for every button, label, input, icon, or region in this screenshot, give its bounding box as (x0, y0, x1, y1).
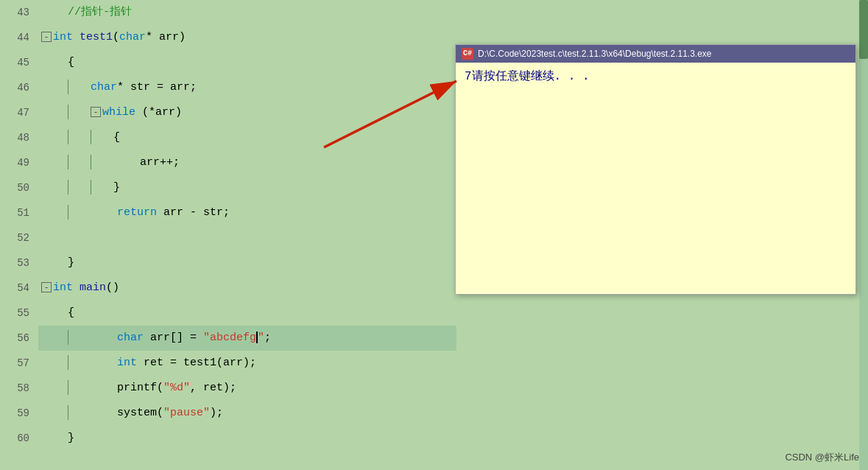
kw-int-54: int (53, 281, 73, 294)
kw-char-44: char (119, 31, 146, 43)
scrollbar[interactable] (859, 0, 868, 470)
code-line-54: 54 -int main() (0, 276, 456, 301)
code-line-55: 55 { (0, 301, 456, 326)
code-line-59: 59 system("pause"); (0, 401, 456, 426)
line-content-45: { (38, 50, 456, 75)
code-line-44: 44 -int test1(char* arr) (0, 25, 456, 50)
line-number-54: 54 (0, 276, 38, 301)
kw-int-57: int (117, 357, 137, 369)
collapse-44[interactable]: - (41, 32, 52, 42)
kw-char-56: char (117, 332, 144, 344)
line-content-59: system("pause"); (38, 401, 456, 426)
code-line-52: 52 (0, 225, 456, 250)
line-number-48: 48 (0, 125, 38, 150)
line-number-52: 52 (0, 225, 38, 250)
code-area: 43 //指针-指针 44 -int test1(char* arr) 45 {… (0, 0, 456, 470)
scrollbar-thumb[interactable] (859, 0, 868, 59)
line-number-53: 53 (0, 250, 38, 276)
watermark: CSDN @虾米Life (785, 451, 859, 464)
line-content-43: //指针-指针 (38, 0, 456, 25)
line-content-57: int ret = test1(arr); (38, 351, 456, 376)
line-content-49: arr++; (38, 150, 456, 175)
line-number-50: 50 (0, 175, 38, 200)
line-content-54: -int main() (38, 276, 456, 301)
code-line-45: 45 { (0, 50, 456, 75)
line-number-44: 44 (0, 25, 38, 50)
code-line-56: 56 char arr[] = "abcdefg"; (0, 326, 456, 351)
str-56b: " (258, 332, 264, 344)
kw-while: while (102, 106, 135, 119)
line-number-55: 55 (0, 301, 38, 326)
code-line-43: 43 //指针-指针 (0, 0, 456, 25)
code-line-51: 51 return arr - str; (0, 200, 456, 225)
line-content-46: char* str = arr; (38, 75, 456, 100)
line-number-45: 45 (0, 50, 38, 75)
line-number-49: 49 (0, 150, 38, 175)
collapse-47[interactable]: - (91, 107, 101, 117)
line-number-58: 58 (0, 376, 38, 401)
line-content-56: char arr[] = "abcdefg"; (38, 326, 456, 351)
comment-43: //指针-指针 (68, 6, 132, 18)
line-number-46: 46 (0, 75, 38, 100)
str-59: "pause" (163, 407, 210, 419)
line-content-47: -while (*arr) (38, 100, 456, 125)
collapse-54[interactable]: - (41, 282, 52, 292)
str-58: "%d" (163, 382, 190, 394)
line-content-48: { (38, 125, 456, 150)
code-line-46: 46 char* str = arr; (0, 75, 456, 100)
line-number-57: 57 (0, 351, 38, 376)
code-line-57: 57 int ret = test1(arr); (0, 351, 456, 376)
line-number-51: 51 (0, 200, 38, 225)
code-line-58: 58 printf("%d", ret); (0, 376, 456, 401)
terminal-output: 7请按任意键继续. . . (465, 69, 847, 84)
terminal-titlebar: C# D:\C.Code\2023test.c\test.2.11.3\x64\… (456, 45, 855, 63)
code-line-53: 53 } (0, 250, 456, 276)
kw-char-46: char (91, 81, 117, 94)
line-number-59: 59 (0, 401, 38, 426)
line-content-50: } (38, 175, 456, 200)
kw-return: return (117, 206, 157, 219)
code-line-49: 49 arr++; (0, 150, 456, 175)
terminal-body: 7请按任意键继续. . . (456, 63, 855, 294)
line-content-58: printf("%d", ret); (38, 376, 456, 401)
code-editor: 43 //指针-指针 44 -int test1(char* arr) 45 {… (0, 0, 868, 470)
line-number-56: 56 (0, 326, 38, 351)
line-number-47: 47 (0, 100, 38, 125)
terminal-app-icon: C# (462, 48, 473, 60)
code-line-48: 48 { (0, 125, 456, 150)
line-content-53: } (38, 250, 456, 276)
fn-main: main (80, 281, 106, 294)
line-content-44: -int test1(char* arr) (38, 25, 456, 50)
str-56: "abcdefg (203, 332, 256, 344)
line-content-51: return arr - str; (38, 200, 456, 225)
line-content-55: { (38, 301, 456, 326)
kw-int-44: int (53, 31, 73, 43)
code-line-47: 47 -while (*arr) (0, 100, 456, 125)
code-line-50: 50 } (0, 175, 456, 200)
line-content-60: } (38, 426, 456, 451)
terminal-window[interactable]: C# D:\C.Code\2023test.c\test.2.11.3\x64\… (455, 44, 856, 295)
code-line-60: 60 } (0, 426, 456, 451)
fn-test1: test1 (80, 31, 113, 43)
line-number-43: 43 (0, 0, 38, 25)
line-number-60: 60 (0, 426, 38, 451)
terminal-title: D:\C.Code\2023test.c\test.2.11.3\x64\Deb… (478, 49, 712, 59)
